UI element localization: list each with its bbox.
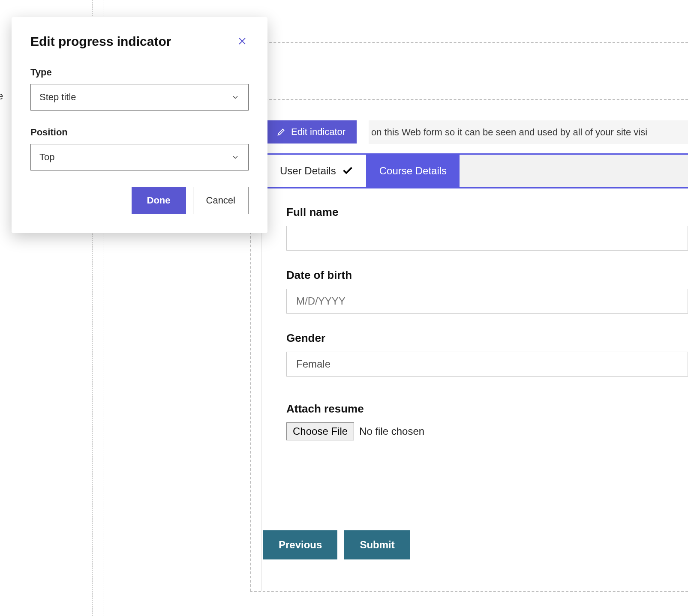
edit-indicator-label: Edit indicator (291, 126, 346, 138)
submit-button[interactable]: Submit (344, 530, 410, 559)
popover-type-value: Step title (39, 92, 76, 103)
dob-label: Date of birth (286, 269, 688, 282)
popover-type-select[interactable]: Step title (30, 84, 249, 111)
full-name-label: Full name (286, 206, 688, 219)
choose-file-button[interactable]: Choose File (286, 422, 354, 440)
edit-progress-indicator-popover: Edit progress indicator Type Step title … (12, 17, 267, 233)
form-step-tabs: User Details Course Details (267, 153, 688, 188)
popover-title: Edit progress indicator (30, 34, 171, 49)
popover-position-select[interactable]: Top (30, 144, 249, 170)
popover-type-label: Type (30, 67, 249, 78)
close-button[interactable] (236, 35, 249, 48)
done-button[interactable]: Done (132, 187, 186, 214)
check-icon (342, 165, 353, 176)
file-status-text: No file chosen (359, 425, 424, 437)
full-name-input[interactable] (286, 226, 688, 251)
canvas-guide-bottom (250, 591, 688, 592)
cancel-button[interactable]: Cancel (193, 187, 249, 214)
popover-actions: Done Cancel (30, 187, 249, 214)
popover-position-label: Position (30, 127, 249, 138)
tab-user-details-label: User Details (280, 165, 336, 177)
edit-indicator-button[interactable]: Edit indicator (267, 120, 357, 144)
truncated-left-text: e (0, 90, 3, 102)
popover-header: Edit progress indicator (30, 34, 249, 49)
resume-label: Attach resume (286, 402, 688, 416)
dob-input[interactable] (286, 289, 688, 314)
tab-course-details-label: Course Details (379, 165, 447, 177)
file-picker-row: Choose File No file chosen (286, 422, 688, 440)
tab-user-details[interactable]: User Details (267, 155, 367, 187)
close-icon (237, 36, 247, 46)
field-resume: Attach resume Choose File No file chosen (286, 402, 688, 440)
tab-course-details[interactable]: Course Details (367, 155, 460, 187)
pencil-icon (276, 127, 286, 137)
info-bar-text: on this Web form so it can be seen and u… (371, 127, 647, 138)
gender-select[interactable]: Female (286, 352, 688, 377)
chevron-down-icon (231, 153, 240, 161)
field-full-name: Full name (286, 206, 688, 251)
gender-value: Female (296, 358, 330, 370)
chevron-down-icon (231, 93, 240, 102)
gender-label: Gender (286, 332, 688, 345)
popover-position-field: Position Top (30, 127, 249, 170)
form-actions: Previous Submit (263, 530, 410, 559)
info-bar: on this Web form so it can be seen and u… (369, 120, 688, 144)
field-dob: Date of birth (286, 269, 688, 314)
previous-button[interactable]: Previous (263, 530, 337, 559)
popover-type-field: Type Step title (30, 67, 249, 111)
field-gender: Gender Female (286, 332, 688, 377)
popover-position-value: Top (39, 152, 54, 163)
